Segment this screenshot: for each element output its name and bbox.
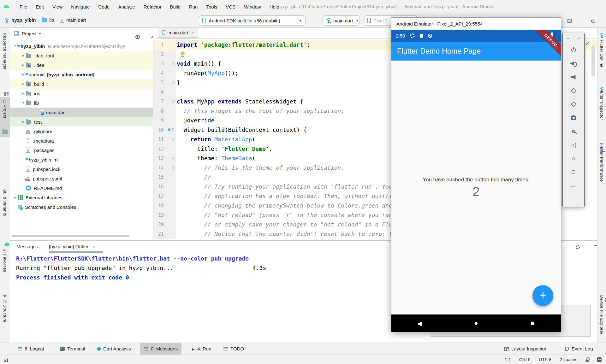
toolwindow-button-dart-analysis[interactable]: Dart Analysis	[93, 343, 135, 355]
console-link[interactable]: R:\Flutter\FlutterSDK\flutter\bin\flutte…	[16, 255, 170, 262]
expand-arrow-icon[interactable]: ▶	[21, 54, 26, 57]
tool-window-toggle-icon[interactable]	[4, 359, 8, 362]
editor-tab-main-dart[interactable]: main.dart ×	[158, 28, 198, 38]
menu-view[interactable]: View	[52, 4, 62, 9]
status-item-utf-8[interactable]: UTF-8	[539, 357, 551, 362]
tree-row-lib[interactable]: ▼lib	[10, 98, 153, 108]
stripe-tab-2-favorites[interactable]: 2: Favorites	[3, 249, 7, 286]
expand-arrow-icon[interactable]: ▶	[21, 92, 26, 95]
emulator-volume-up-button[interactable]	[563, 57, 584, 70]
status-item-1-1[interactable]: 1:1	[505, 357, 511, 362]
menu-build[interactable]: Build	[170, 4, 180, 9]
fab-increment-button[interactable]: +	[532, 285, 553, 306]
expand-arrow-icon[interactable]: ▶	[21, 120, 26, 123]
emulator-volume-down-button[interactable]	[563, 70, 584, 84]
tree-row-pubspec-yaml[interactable]: pubspec.yaml	[10, 174, 153, 183]
menu-navigate[interactable]: Navigate	[71, 4, 90, 9]
back-button[interactable]: ◀	[391, 320, 448, 327]
breadcrumb-file[interactable]: main.dart	[66, 17, 86, 23]
stripe-tab-1-project[interactable]: 1: Project	[0, 97, 10, 137]
expand-arrow-icon[interactable]: ▶	[13, 196, 18, 199]
run-config-dropdown[interactable]: main.dart ▼	[323, 15, 360, 26]
tree-row-ios[interactable]: ▶ios	[10, 89, 153, 98]
tree-row-external-libraries[interactable]: ▶External Libraries	[10, 193, 153, 202]
menu-run[interactable]: Run	[189, 4, 198, 9]
menu-edit[interactable]: Edit	[36, 4, 44, 9]
tree-row-readme-md[interactable]: README.md	[10, 183, 153, 193]
tree-row-test[interactable]: ▶test	[10, 117, 153, 126]
toolwindow-button-6-logcat[interactable]: 6: Logcat	[14, 343, 48, 355]
emulator-screen[interactable]: 2:58 Flutter Demo Home Page You have pus…	[391, 30, 561, 332]
tree-row-hyzp-yibin-iml[interactable]: hyzp_yibin.iml	[10, 155, 153, 164]
override-marker-icon[interactable]	[167, 128, 171, 132]
tree-row--dart-tool[interactable]: ▶.dart_tool	[10, 51, 153, 60]
status-item-2-spaces[interactable]: 2 spaces	[560, 357, 577, 362]
tree-row-build[interactable]: ▶build	[10, 79, 153, 89]
emulator-screenshot-button[interactable]	[563, 111, 584, 125]
tree-row-android[interactable]: ▶android[hyzp_yibin_android]	[10, 70, 153, 79]
close-tab-icon[interactable]: ×	[192, 30, 194, 35]
emulator-power-button[interactable]	[563, 43, 584, 57]
toolwindow-button-terminal[interactable]: Terminal	[56, 343, 89, 355]
editor-scrollbar[interactable]	[591, 45, 595, 76]
home-button[interactable]: ●	[448, 320, 504, 327]
emulator-zoom-button[interactable]	[563, 125, 584, 138]
emulator-minimize-button[interactable]: –	[567, 36, 569, 41]
menu-analyze[interactable]: Analyze	[118, 4, 135, 9]
device-selector-dropdown[interactable]: Android SDK built for x86 (mobile) ▼	[199, 15, 306, 26]
expand-arrow-icon[interactable]: ▼	[21, 101, 26, 104]
expand-arrow-icon[interactable]: ▶	[21, 63, 26, 67]
menu-refactor[interactable]: Refactor	[144, 4, 162, 9]
tree-row--packages[interactable]: .packages	[10, 145, 153, 155]
emulator-rotate-left-button[interactable]	[563, 84, 584, 97]
tree-row-main-dart[interactable]: main.dart	[10, 108, 153, 117]
project-panel-title[interactable]: Project	[22, 31, 37, 36]
messages-tab[interactable]: [hyzp_yibin] Flutter ×	[49, 244, 95, 249]
gear-icon[interactable]	[576, 245, 580, 249]
breadcrumb-project[interactable]: hyzp_yibin	[11, 17, 36, 23]
toolwindow-button-event-log[interactable]: Event Log	[561, 343, 597, 355]
menu-vcs[interactable]: VCS	[226, 4, 235, 9]
emulator-home-button[interactable]	[563, 152, 584, 165]
toolwindow-button-todo[interactable]: TODO	[220, 343, 248, 355]
status-item-crlf[interactable]: CRLF	[519, 357, 531, 362]
emulator-close-button[interactable]: ×	[578, 36, 580, 41]
horizontal-scrollbar[interactable]	[12, 235, 129, 237]
toolwindow-button-layout-inspector[interactable]: Layout Inspector	[501, 343, 550, 355]
emulator-back-button[interactable]	[563, 138, 584, 152]
menu-window[interactable]: Window	[244, 4, 261, 9]
emulator-more-button[interactable]	[563, 179, 584, 192]
stripe-tab-resource-manager[interactable]: Resource Manager	[3, 33, 7, 88]
tree-row--gitignore[interactable]: .gitignore	[10, 126, 153, 136]
search-everywhere-icon[interactable]	[591, 20, 594, 23]
toolwindow-button-4-run[interactable]: 4: Run	[188, 343, 215, 355]
overview-button[interactable]: ■	[504, 320, 561, 327]
intention-bulb-icon[interactable]	[181, 51, 185, 56]
stripe-tab-build-variants[interactable]: Build Variants	[3, 189, 7, 237]
stripe-tab-7-structure[interactable]: 7: Structure	[3, 300, 7, 342]
breadcrumb-lib[interactable]: lib	[49, 17, 54, 23]
stripe-tab-flutter-performance[interactable]: Flutter Performance	[599, 143, 604, 199]
menu-tools[interactable]: Tools	[206, 4, 217, 9]
tree-row-pubspec-lock[interactable]: pubspec.lock	[10, 164, 153, 174]
emulator-rotate-right-button[interactable]	[563, 97, 584, 111]
close-tab-icon[interactable]: ×	[92, 244, 95, 249]
collapse-all-icon[interactable]	[151, 35, 153, 39]
sdk-manager-icon[interactable]	[567, 19, 572, 23]
menu-code[interactable]: Code	[98, 4, 110, 9]
locate-file-icon[interactable]	[135, 35, 140, 39]
device-selector-value: Android SDK built for x86 (mobile)	[209, 18, 280, 23]
tree-row--metadata[interactable]: .metadata	[10, 136, 153, 145]
tree-row--idea[interactable]: ▶.idea	[10, 60, 153, 70]
emulator-overview-button[interactable]	[563, 165, 584, 179]
chevron-down-icon[interactable]: ▾	[39, 32, 41, 36]
stripe-tab-flutter-outline[interactable]: Flutter Outline	[599, 40, 604, 85]
menu-file[interactable]: File	[20, 4, 27, 9]
stripe-tab-flutter-inspector[interactable]: Flutter Inspector	[599, 88, 604, 136]
inspections-ok-icon[interactable]: ✔	[585, 40, 590, 47]
expand-arrow-icon[interactable]: ▶	[21, 82, 26, 85]
emulator-title-bar[interactable]: Android Emulator - Pixel_2_API_29:5554	[391, 18, 561, 30]
tree-row-hyzp-yibin[interactable]: ▼hyzp_yibinR:\FlutterProject\FlutterProj…	[10, 41, 153, 51]
toolwindow-button-0-messages[interactable]: 0: Messages	[140, 343, 181, 355]
tree-row-scratches-and-consoles[interactable]: Scratches and Consoles	[10, 202, 153, 212]
